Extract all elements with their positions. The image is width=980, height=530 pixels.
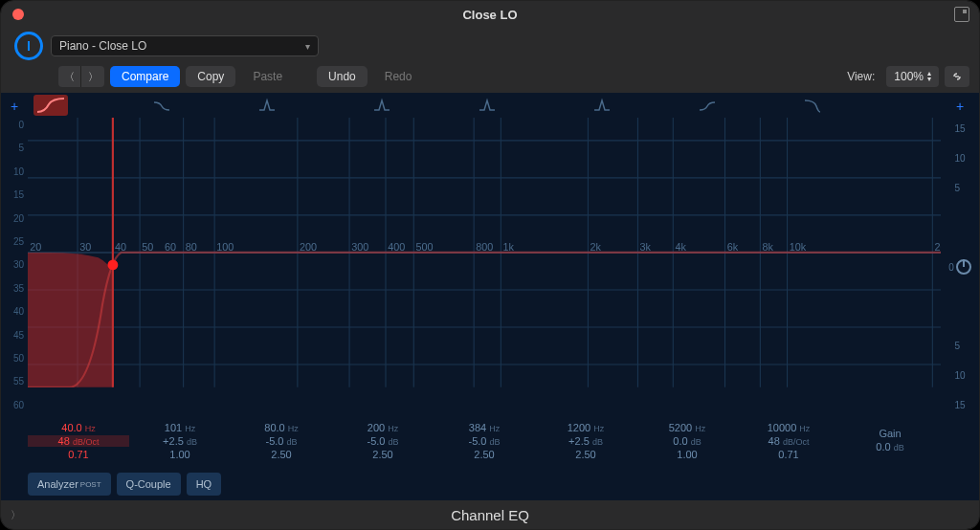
band-5-params[interactable]: 384 Hz -5.0 dB 2.50: [434, 414, 535, 468]
preset-selector[interactable]: Piano - Close LO ▾: [51, 35, 319, 56]
eq-plot[interactable]: 2030405060801002003004005008001k2k3k4k6k…: [28, 118, 941, 387]
gain-scale: + 15105 0 51015: [941, 93, 979, 414]
svg-text:200: 200: [300, 241, 317, 253]
svg-text:6k: 6k: [727, 241, 739, 253]
svg-text:20: 20: [30, 241, 41, 253]
svg-text:800: 800: [476, 241, 493, 253]
add-band-right-button[interactable]: +: [956, 93, 964, 120]
svg-text:4k: 4k: [675, 241, 686, 253]
svg-text:50: 50: [142, 241, 153, 253]
power-button[interactable]: [14, 32, 43, 60]
plugin-name: Channel EQ: [451, 507, 529, 523]
band-3-params[interactable]: 80.0 Hz -5.0 dB 2.50: [231, 414, 332, 468]
undo-button[interactable]: Undo: [317, 66, 368, 87]
band-6-params[interactable]: 1200 Hz +2.5 dB 2.50: [535, 414, 636, 468]
band-4-peak-icon[interactable]: [372, 97, 391, 114]
svg-text:400: 400: [388, 241, 405, 253]
svg-text:10k: 10k: [790, 241, 807, 253]
svg-text:300: 300: [351, 241, 368, 253]
compare-button[interactable]: Compare: [110, 66, 180, 87]
band-5-peak-icon[interactable]: [478, 97, 497, 114]
expand-icon[interactable]: [954, 7, 969, 22]
paste-button[interactable]: Paste: [241, 66, 294, 87]
band-2-params[interactable]: 101 Hz +2.5 dB 1.00: [129, 414, 231, 468]
copy-button[interactable]: Copy: [186, 66, 235, 87]
master-gain-readout[interactable]: Gain0.0 dB: [839, 414, 941, 468]
add-band-left-button[interactable]: +: [5, 93, 24, 120]
view-label: View:: [847, 70, 875, 83]
svg-text:80: 80: [186, 241, 197, 253]
analyzer-button[interactable]: Analyzer POST: [28, 473, 111, 496]
band-7-highshelf-icon[interactable]: [698, 97, 717, 114]
disclosure-button[interactable]: 〉: [11, 508, 21, 522]
next-preset-button[interactable]: 〉: [81, 66, 104, 87]
stepper-icon: ▴▾: [927, 71, 931, 82]
band-8-lowpass-icon[interactable]: [803, 97, 822, 114]
preset-nav: 〈 〉: [58, 66, 104, 87]
preset-name: Piano - Close LO: [59, 39, 146, 53]
band-7-params[interactable]: 5200 Hz 0.0 dB 1.00: [636, 414, 738, 468]
eq-main: + 051015202530354045505560: [1, 93, 979, 414]
svg-text:30: 30: [79, 241, 91, 253]
zoom-selector[interactable]: 100% ▴▾: [886, 66, 939, 87]
band-6-peak-icon[interactable]: [592, 97, 612, 114]
band-3-peak-icon[interactable]: [257, 97, 277, 114]
plugin-window: Close LO Piano - Close LO ▾ 〈 〉 Compare …: [0, 0, 980, 530]
hq-button[interactable]: HQ: [187, 473, 222, 496]
output-gain-knob[interactable]: [956, 259, 971, 275]
titlebar: Close LO: [1, 1, 979, 28]
band-2-lowshelf-icon[interactable]: [152, 97, 171, 114]
close-window-button[interactable]: [12, 9, 24, 20]
window-title: Close LO: [1, 8, 979, 22]
band-8-params[interactable]: 10000 Hz 48 dB/Oct 0.71: [738, 414, 839, 468]
window-controls: [1, 9, 24, 20]
band-1-handle[interactable]: [107, 260, 118, 271]
analyzer-db-scale: + 051015202530354045505560: [1, 93, 28, 414]
band-1-highpass-icon[interactable]: [33, 95, 68, 116]
svg-text:100: 100: [216, 241, 234, 253]
svg-text:500: 500: [415, 241, 433, 253]
band-1-params[interactable]: 40.0 Hz 48 dB/Oct 0.71: [28, 414, 129, 468]
plugin-footer: 〉 Channel EQ: [1, 500, 979, 529]
svg-text:8k: 8k: [763, 241, 774, 253]
eq-graph[interactable]: 2030405060801002003004005008001k2k3k4k6k…: [28, 93, 941, 414]
plugin-header: Piano - Close LO ▾ 〈 〉 Compare Copy Past…: [1, 28, 979, 93]
redo-button[interactable]: Redo: [373, 66, 424, 87]
svg-text:3k: 3k: [640, 241, 652, 253]
svg-text:1k: 1k: [503, 241, 515, 253]
band-4-params[interactable]: 200 Hz -5.0 dB 2.50: [332, 414, 434, 468]
band-parameters: 40.0 Hz 48 dB/Oct 0.71101 Hz +2.5 dB 1.0…: [1, 414, 979, 468]
prev-preset-button[interactable]: 〈: [58, 66, 81, 87]
svg-text:40: 40: [115, 241, 126, 253]
svg-text:60: 60: [165, 241, 176, 253]
band-type-row: [28, 93, 941, 118]
q-couple-button[interactable]: Q-Couple: [117, 473, 181, 496]
link-button[interactable]: [945, 66, 969, 87]
svg-text:20k: 20k: [934, 241, 941, 253]
svg-text:2k: 2k: [590, 241, 602, 253]
chevron-down-icon: ▾: [305, 41, 310, 52]
bottom-toolbar: Analyzer POST Q-Couple HQ: [1, 468, 979, 500]
